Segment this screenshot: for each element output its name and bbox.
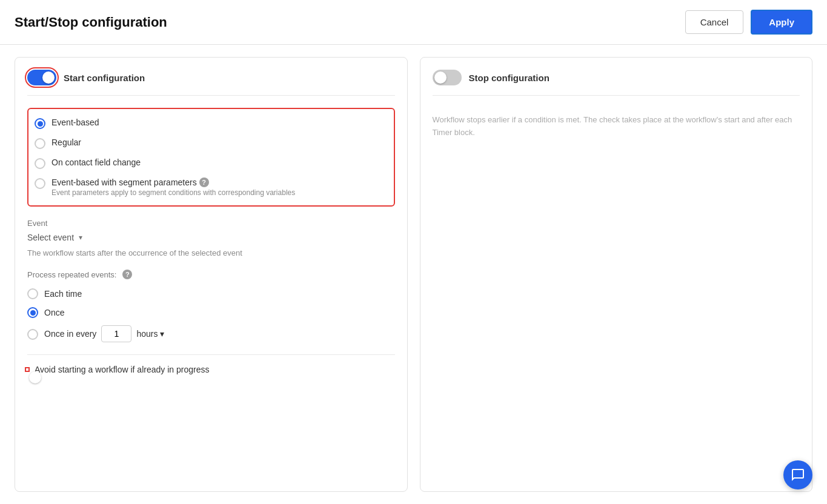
stop-panel-header: Stop configuration [433,70,800,96]
header: Start/Stop configuration Cancel Apply [0,0,827,45]
once-in-every-row: Once in every hours ▾ [44,325,164,342]
radio-label-event-based: Event-based [51,118,99,127]
radio-circle-contact-field [35,158,45,169]
radio-label-each-time: Each time [44,289,82,299]
event-section-label: Event [27,219,395,228]
hours-chevron-icon: ▾ [160,329,164,339]
header-actions: Cancel Apply [685,10,812,35]
chat-icon [791,468,805,482]
avoid-row: Avoid starting a workflow if already in … [27,354,395,374]
radio-contact-field[interactable]: On contact field change [35,158,388,169]
process-repeated-text: Process repeated events: [27,270,116,279]
event-segment-help-icon[interactable]: ? [199,177,209,187]
chevron-down-icon: ▾ [79,233,82,242]
start-panel-title: Start configuration [64,73,145,83]
radio-label-once-in-every: Once in every [44,329,96,339]
process-repeated-help-icon[interactable]: ? [122,270,132,279]
radio-event-segment[interactable]: Event-based with segment parameters ? Ev… [35,177,388,197]
start-config-toggle[interactable] [27,70,56,85]
once-in-every-input[interactable] [101,325,131,342]
radio-label-once: Once [44,308,64,317]
radio-dot-once [30,310,36,316]
start-type-radio-group: Event-based Regular On contact field cha… [27,108,395,207]
page-title: Start/Stop configuration [15,15,167,30]
avoid-label: Avoid starting a workflow if already in … [35,365,209,374]
hours-label: hours [136,329,158,339]
radio-label-regular: Regular [51,138,81,147]
event-hint-text: The workflow starts after the occurrence… [27,248,395,257]
radio-circle-once [27,307,38,318]
main-content: Start configuration Event-based Regular … [0,45,827,504]
radio-circle-event-based [35,118,45,129]
radio-once[interactable]: Once [27,307,395,318]
apply-button[interactable]: Apply [751,10,812,35]
event-select-placeholder: Select event [27,233,74,242]
radio-once-in-every[interactable]: Once in every hours ▾ [27,325,395,342]
radio-label-event-segment: Event-based with segment parameters [51,177,197,187]
radio-regular[interactable]: Regular [35,138,388,149]
cancel-button[interactable]: Cancel [685,10,744,34]
repeat-radio-group: Each time Once Once in every [27,288,395,342]
radio-circle-each-time [27,288,38,299]
radio-circle-once-in-every [27,329,38,340]
hours-select[interactable]: hours ▾ [136,329,164,339]
radio-each-time[interactable]: Each time [27,288,395,299]
radio-circle-regular [35,138,45,149]
chat-bubble-button[interactable] [783,460,812,489]
radio-label-contact-field: On contact field change [51,158,141,167]
stop-panel-title: Stop configuration [469,73,550,83]
event-select-dropdown[interactable]: Select event ▾ [27,233,395,242]
stop-config-toggle[interactable] [433,70,462,85]
radio-sublabel-event-segment: Event parameters apply to segment condit… [51,188,295,197]
radio-circle-event-segment [35,178,45,189]
process-repeated-label: Process repeated events: ? [27,270,395,279]
start-config-panel: Start configuration Event-based Regular … [15,57,408,492]
radio-event-based[interactable]: Event-based [35,118,388,129]
stop-description: Workflow stops earlier if a condition is… [433,108,800,145]
radio-dot-event-based [38,121,43,127]
stop-config-panel: Stop configuration Workflow stops earlie… [420,57,813,492]
start-panel-header: Start configuration [27,70,395,96]
